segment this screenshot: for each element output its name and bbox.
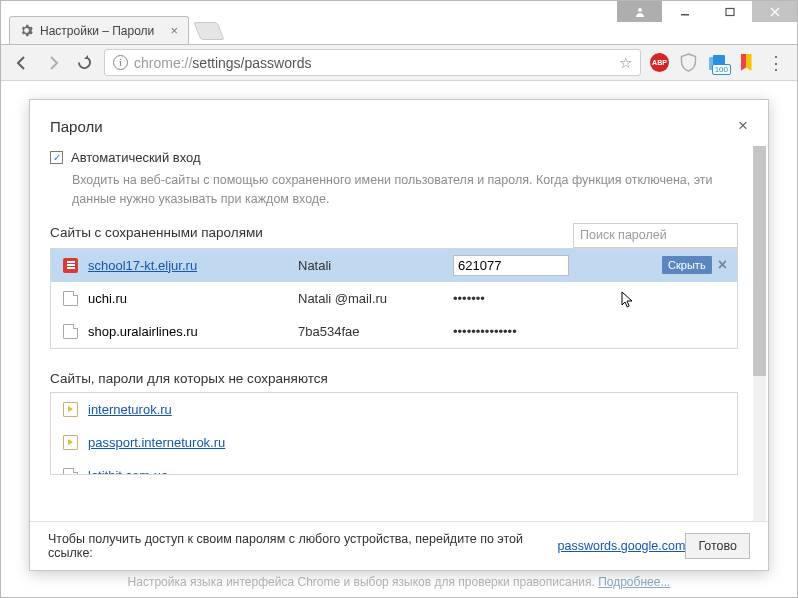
password-cell: •••••••	[453, 291, 608, 306]
site-cell[interactable]: school17-kt.eljur.ru	[88, 258, 298, 273]
done-button[interactable]: Готово	[685, 533, 750, 559]
auto-signin-label: Автоматический вход	[71, 150, 201, 165]
file-icon	[63, 291, 78, 306]
password-input[interactable]	[453, 255, 569, 276]
minimize-button[interactable]	[662, 1, 707, 22]
play-icon	[63, 402, 78, 417]
search-passwords-input[interactable]: Поиск паролей	[573, 223, 738, 248]
site-cell[interactable]: passport.interneturok.ru	[88, 435, 298, 450]
browser-toolbar: i chrome://settings/passwords ☆ ABP 100 …	[1, 44, 797, 81]
file-icon	[63, 324, 78, 339]
adblock-icon[interactable]: ABP	[650, 53, 669, 72]
auto-signin-description: Входить на веб-сайты с помощью сохраненн…	[72, 171, 738, 209]
page-content: Настройка языка интерфейса Chrome и выбо…	[1, 81, 797, 597]
svg-point-0	[638, 8, 642, 12]
never-row[interactable]: interneturok.ru	[51, 393, 737, 426]
download-count-badge: 100	[712, 64, 731, 75]
background-hint: Настройка языка интерфейса Chrome и выбо…	[1, 575, 797, 589]
back-button[interactable]	[11, 52, 33, 74]
shield-icon[interactable]	[678, 53, 698, 73]
svg-rect-1	[681, 14, 689, 16]
hide-password-button[interactable]: Скрыть	[662, 256, 712, 274]
dialog-close-icon[interactable]: ×	[738, 116, 748, 136]
dialog-title: Пароли	[50, 118, 103, 135]
browser-menu-button[interactable]: ⋮	[765, 52, 787, 74]
never-save-heading: Сайты, пароли для которых не сохраняются	[50, 371, 738, 386]
download-manager-icon[interactable]: 100	[707, 53, 727, 73]
never-row[interactable]: letitbit.com.ua	[51, 459, 737, 475]
address-bar[interactable]: i chrome://settings/passwords ☆	[104, 49, 641, 76]
never-row[interactable]: passport.interneturok.ru	[51, 426, 737, 459]
user-profile-button[interactable]	[617, 1, 662, 22]
background-hint-link[interactable]: Подробнее...	[598, 575, 670, 589]
password-row[interactable]: shop.uralairlines.ru7ba534fae•••••••••••…	[51, 315, 737, 348]
site-cell[interactable]: shop.uralairlines.ru	[88, 324, 298, 339]
site-cell[interactable]: interneturok.ru	[88, 402, 298, 417]
gear-icon	[20, 24, 33, 37]
footer-text: Чтобы получить доступ к своим паролям с …	[48, 532, 558, 560]
forward-button[interactable]	[42, 52, 64, 74]
document-icon	[63, 258, 78, 273]
site-cell[interactable]: uchi.ru	[88, 291, 298, 306]
footer-link[interactable]: passwords.google.com	[558, 539, 686, 553]
cursor-icon	[621, 291, 635, 309]
auto-signin-checkbox[interactable]: ✓	[50, 151, 63, 164]
file-icon	[63, 468, 78, 475]
site-cell[interactable]: letitbit.com.ua	[88, 468, 298, 475]
window-titlebar	[1, 1, 797, 14]
extension-icons: ABP 100 ⋮	[650, 52, 787, 74]
site-info-icon[interactable]: i	[113, 55, 128, 70]
tab-close-icon[interactable]: ×	[170, 23, 178, 38]
password-row[interactable]: school17-kt.eljur.ruNataliСкрыть×	[51, 249, 737, 282]
svg-rect-2	[726, 8, 734, 15]
window-close-button[interactable]	[752, 1, 797, 22]
delete-row-icon[interactable]: ×	[718, 256, 727, 274]
tab-title: Настройки – Пароли	[40, 24, 154, 38]
saved-passwords-heading: Сайты с сохраненными паролями	[50, 225, 263, 240]
bookmark-flag-icon[interactable]	[736, 53, 756, 73]
never-save-list: interneturok.rupassport.interneturok.rul…	[50, 392, 738, 475]
scrollbar-thumb[interactable]	[753, 146, 766, 376]
dialog-footer: Чтобы получить доступ к своим паролям с …	[30, 521, 768, 570]
username-cell: Natali @mail.ru	[298, 291, 453, 306]
bookmark-star-icon[interactable]: ☆	[619, 54, 632, 72]
browser-tab[interactable]: Настройки – Пароли ×	[9, 16, 189, 44]
auto-signin-row[interactable]: ✓ Автоматический вход	[50, 150, 738, 165]
new-tab-button[interactable]	[193, 22, 224, 40]
passwords-dialog: Пароли × ✓ Автоматический вход Входить н…	[29, 99, 769, 571]
username-cell: 7ba534fae	[298, 324, 453, 339]
url-text: chrome://settings/passwords	[134, 55, 613, 71]
play-icon	[63, 435, 78, 450]
username-cell: Natali	[298, 258, 453, 273]
password-cell: ••••••••••••••	[453, 324, 608, 339]
password-cell	[453, 255, 608, 276]
reload-button[interactable]	[73, 52, 95, 74]
maximize-button[interactable]	[707, 1, 752, 22]
